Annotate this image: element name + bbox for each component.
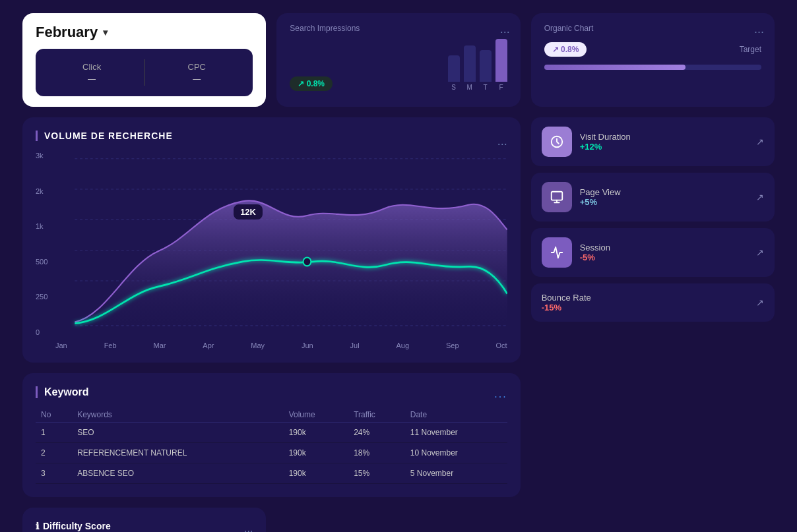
page-view-arrow[interactable]: ↗ [756, 192, 764, 202]
bar-m-label: M [466, 84, 472, 91]
visit-duration-card: Visit Duration +12% ↗ [531, 117, 775, 166]
feb-title: February [36, 24, 98, 41]
bar-s: S [448, 55, 460, 91]
row3-volume: 190k [284, 463, 349, 484]
click-value: — [46, 74, 137, 84]
search-impressions-card: Search Impressions ... ↗ 0.8% S M T [276, 13, 520, 107]
row3-no: 3 [36, 463, 72, 484]
session-arrow[interactable]: ↗ [756, 247, 764, 258]
table-row: 3 ABSENCE SEO 190k 15% 5 November [36, 463, 507, 484]
progress-container [544, 65, 761, 70]
chevron-down-icon: ▾ [103, 27, 108, 38]
keyword-title: Keyword [36, 386, 89, 398]
keyword-table: No Keywords Volume Traffic Date 1 SEO 19… [36, 407, 507, 484]
difficulty-menu[interactable]: ... [244, 523, 253, 532]
bar-f: F [495, 39, 507, 91]
bar-f-label: F [499, 84, 503, 91]
cpc-label: CPC [151, 62, 242, 72]
feb-metrics: Click — CPC — [36, 49, 253, 96]
click-label: Click [46, 62, 137, 72]
impressions-badge: ↗ 0.8% [290, 76, 333, 91]
dashboard: February ▾ Click — CPC — Search Impressi… [22, 13, 775, 532]
bounce-rate-info: Bounce Rate -15% [542, 293, 756, 312]
mid-card-title: Search Impressions [290, 24, 507, 33]
col-keywords: Keywords [72, 407, 284, 423]
keyword-menu[interactable]: ··· [494, 391, 507, 403]
visit-duration-info: Visit Duration +12% [580, 132, 748, 152]
area-fill [75, 200, 507, 325]
organic-chart-card: Organic Chart ... ↗ 0.8% Target [531, 13, 775, 107]
row1-kw: SEO [72, 423, 284, 443]
click-metric: Click — [46, 62, 137, 84]
bar-m-fill [464, 45, 476, 82]
row1-date: 11 November [405, 423, 507, 443]
page-view-value: +5% [580, 197, 748, 207]
bar-s-fill [448, 55, 460, 82]
metric-divider [144, 59, 144, 86]
session-value: -5% [580, 252, 748, 262]
mid-card-menu[interactable]: ... [500, 22, 510, 36]
page-view-card: Page View +5% ↗ [531, 173, 775, 222]
chart-area: 3k 2k 1k 500 250 0 [36, 152, 507, 336]
bar-chart: S M T F [448, 45, 507, 91]
session-info: Session -5% [580, 243, 748, 262]
cpc-value: — [151, 74, 242, 84]
chart-title: VOLUME DE RECHERCHE [36, 131, 173, 141]
row1-no: 1 [36, 423, 72, 443]
svg-rect-7 [551, 192, 562, 200]
row2-no: 2 [36, 443, 72, 463]
col-volume: Volume [284, 407, 349, 423]
bar-m: M [464, 45, 476, 91]
table-header-row: No Keywords Volume Traffic Date [36, 407, 507, 423]
row2-traffic: 18% [348, 443, 405, 463]
table-row: 1 SEO 190k 24% 11 November [36, 423, 507, 443]
right-card-menu[interactable]: ... [754, 22, 764, 36]
difficulty-section: ℹ Difficulty Score ... This need a backl… [22, 508, 266, 532]
bounce-rate-arrow[interactable]: ↗ [756, 297, 764, 308]
visit-duration-icon [542, 127, 572, 157]
row1-volume: 190k [284, 423, 349, 443]
progress-bar-bg [544, 65, 761, 70]
visit-duration-label: Visit Duration [580, 132, 748, 142]
target-label: Target [740, 45, 761, 54]
row1-traffic: 24% [348, 423, 405, 443]
bar-t-fill [480, 50, 492, 82]
difficulty-title: ℹ Difficulty Score [36, 521, 111, 531]
row3-date: 5 November [405, 463, 507, 484]
session-label: Session [580, 243, 748, 252]
row3-traffic: 15% [348, 463, 405, 484]
col-date: Date [405, 407, 507, 423]
february-card: February ▾ Click — CPC — [22, 13, 266, 107]
chart-menu[interactable]: ... [497, 134, 507, 148]
feb-header[interactable]: February ▾ [36, 24, 253, 41]
page-view-info: Page View +5% [580, 187, 748, 207]
bounce-rate-value: -15% [542, 303, 756, 312]
x-axis-labels: Jan Feb Mar Apr May Jun Jul Aug Sep Oct [36, 336, 507, 349]
bounce-rate-label: Bounce Rate [542, 293, 756, 303]
keyword-section: Keyword ··· No Keywords Volume Traffic D… [22, 373, 521, 497]
session-card: Session -5% ↗ [531, 228, 775, 277]
right-card-title: Organic Chart [544, 24, 761, 33]
row2-kw: REFERENCEMENT NATUREL [72, 443, 284, 463]
col-traffic: Traffic [348, 407, 405, 423]
chart-svg [36, 152, 507, 336]
col-no: No [36, 407, 72, 423]
visit-duration-arrow[interactable]: ↗ [756, 136, 764, 147]
bar-t-label: T [484, 84, 488, 91]
cpc-metric: CPC — [151, 62, 242, 84]
row2-volume: 190k [284, 443, 349, 463]
row2-date: 10 November [405, 443, 507, 463]
bar-s-label: S [451, 84, 456, 91]
bar-f-fill [495, 39, 507, 82]
organic-badge: ↗ 0.8% [544, 42, 587, 57]
page-view-icon [542, 182, 572, 212]
info-icon: ℹ [36, 521, 39, 531]
table-row: 2 REFERENCEMENT NATUREL 190k 18% 10 Nove… [36, 443, 507, 463]
session-icon [542, 237, 572, 268]
visit-duration-value: +12% [580, 142, 748, 152]
row3-kw: ABSENCE SEO [72, 463, 284, 484]
top-row: February ▾ Click — CPC — Search Impressi… [22, 13, 775, 107]
bounce-rate-card: Bounce Rate -15% ↗ [531, 283, 775, 322]
tooltip-marker [303, 257, 311, 266]
progress-bar-fill [544, 65, 685, 70]
